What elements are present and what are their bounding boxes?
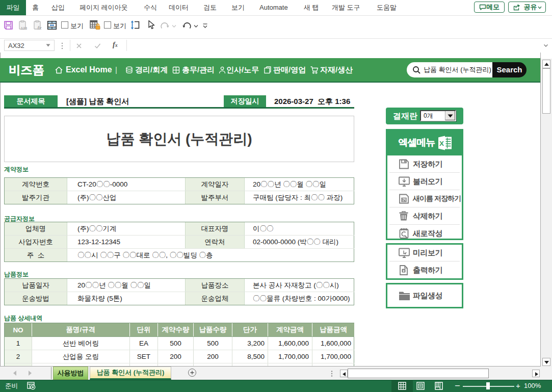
- svg-text:X: X: [439, 140, 444, 147]
- svg-text:123: 123: [21, 26, 28, 31]
- svg-text:fx: fx: [37, 25, 42, 31]
